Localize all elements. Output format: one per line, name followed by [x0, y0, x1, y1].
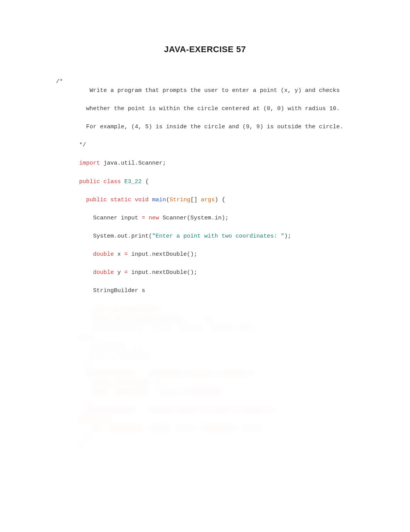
brace-open: { [142, 178, 149, 185]
paren-open: ( [166, 197, 169, 203]
import-line: import java.util.Scanner; [56, 159, 354, 168]
import-keyword: import [79, 160, 100, 167]
main-void: void [135, 197, 149, 203]
scanner-call: Scanner(System [159, 215, 211, 221]
double-kw-3: double [79, 251, 114, 258]
main-public: public [86, 197, 107, 203]
code-block: /* Write a program that prompts the user… [56, 68, 354, 304]
double-y-line: double y = input.nextDouble(); [56, 268, 354, 277]
sb-text: StringBuilder s [79, 287, 149, 294]
paren-close: ) { [215, 197, 225, 203]
input-3: input [128, 251, 149, 258]
end-2: ); [284, 233, 291, 240]
dot-1: . [211, 215, 215, 221]
dot-3: . [149, 251, 152, 258]
comment-line-2: whether the point is within the circle c… [56, 104, 354, 114]
system-2: System [79, 233, 114, 240]
double-kw-4: double [79, 269, 114, 276]
dot-4: . [149, 269, 152, 276]
scanner-line: Scanner input = new Scanner(System.in); [56, 214, 354, 223]
comment-line-3: For example, (4, 5) is inside the circle… [56, 122, 354, 132]
page-title: JAVA-EXERCISE 57 [56, 44, 354, 54]
main-name: main [152, 197, 166, 203]
nd-3: nextDouble(); [152, 251, 197, 258]
eq-4: = [124, 269, 128, 276]
brackets: [] [190, 197, 201, 203]
main-decl: public static void main(String[] args) { [56, 195, 354, 205]
in-end: in); [215, 215, 229, 221]
string-type: String [169, 197, 190, 203]
args-name: args [201, 197, 215, 203]
import-rest: java.util.Scanner; [100, 160, 166, 167]
print-2: print( [131, 233, 152, 240]
out-2: out [117, 233, 128, 240]
str-2: "Enter a point with two coordinates: " [152, 233, 284, 240]
main-static: static [110, 197, 131, 203]
eq-1: = [142, 215, 145, 221]
x-var: x [114, 251, 124, 258]
class-decl: public class E3_22 { [56, 177, 354, 187]
input-4: input [128, 269, 149, 276]
blurred-content: ---- --- ---------- ----- --- - --------… [56, 305, 354, 451]
dot-2a: . [114, 233, 117, 240]
public-keyword: public [79, 178, 100, 185]
eq-3: = [124, 251, 128, 258]
dot-2b: . [128, 233, 131, 240]
print-line: System.out.print("Enter a point with two… [56, 232, 354, 241]
y-var: y [114, 269, 124, 276]
double-x-line: double x = input.nextDouble(); [56, 250, 354, 259]
class-name: E3_22 [124, 178, 142, 185]
nd-4: nextDouble(); [152, 269, 197, 276]
comment-line-1: Write a program that prompts the user to… [56, 86, 354, 95]
new-1: new [145, 215, 159, 221]
comment-close: */ [56, 141, 354, 150]
scanner-pre: Scanner input [79, 215, 142, 221]
comment-open: /* [56, 78, 63, 85]
stringbuilder-line: StringBuilder s [56, 286, 354, 296]
class-keyword: class [103, 178, 121, 185]
